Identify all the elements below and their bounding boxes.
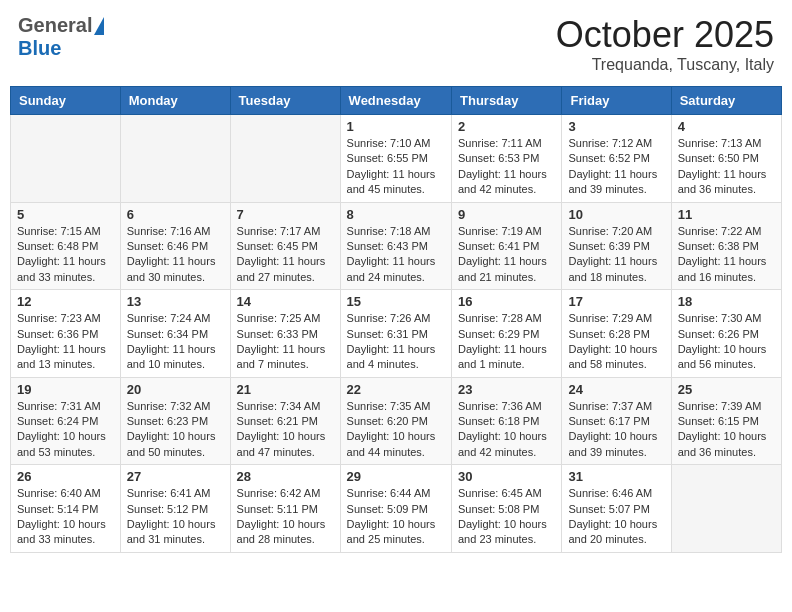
calendar-cell: 21Sunrise: 7:34 AM Sunset: 6:21 PM Dayli…: [230, 377, 340, 465]
day-info: Sunrise: 6:45 AM Sunset: 5:08 PM Dayligh…: [458, 486, 555, 548]
column-header-monday: Monday: [120, 87, 230, 115]
calendar-cell: 6Sunrise: 7:16 AM Sunset: 6:46 PM Daylig…: [120, 202, 230, 290]
calendar-cell: 12Sunrise: 7:23 AM Sunset: 6:36 PM Dayli…: [11, 290, 121, 378]
calendar-cell: 11Sunrise: 7:22 AM Sunset: 6:38 PM Dayli…: [671, 202, 781, 290]
calendar-cell: 5Sunrise: 7:15 AM Sunset: 6:48 PM Daylig…: [11, 202, 121, 290]
day-number: 18: [678, 294, 775, 309]
day-info: Sunrise: 7:10 AM Sunset: 6:55 PM Dayligh…: [347, 136, 445, 198]
day-number: 17: [568, 294, 664, 309]
calendar-cell: 7Sunrise: 7:17 AM Sunset: 6:45 PM Daylig…: [230, 202, 340, 290]
day-number: 21: [237, 382, 334, 397]
calendar-cell: 23Sunrise: 7:36 AM Sunset: 6:18 PM Dayli…: [452, 377, 562, 465]
calendar-week-row: 19Sunrise: 7:31 AM Sunset: 6:24 PM Dayli…: [11, 377, 782, 465]
title-section: October 2025 Trequanda, Tuscany, Italy: [556, 14, 774, 74]
day-number: 29: [347, 469, 445, 484]
day-number: 24: [568, 382, 664, 397]
calendar-cell: 29Sunrise: 6:44 AM Sunset: 5:09 PM Dayli…: [340, 465, 451, 553]
day-info: Sunrise: 7:39 AM Sunset: 6:15 PM Dayligh…: [678, 399, 775, 461]
calendar-cell: 20Sunrise: 7:32 AM Sunset: 6:23 PM Dayli…: [120, 377, 230, 465]
calendar-cell: 13Sunrise: 7:24 AM Sunset: 6:34 PM Dayli…: [120, 290, 230, 378]
day-number: 25: [678, 382, 775, 397]
day-number: 15: [347, 294, 445, 309]
day-info: Sunrise: 7:32 AM Sunset: 6:23 PM Dayligh…: [127, 399, 224, 461]
calendar-cell: 24Sunrise: 7:37 AM Sunset: 6:17 PM Dayli…: [562, 377, 671, 465]
day-info: Sunrise: 7:24 AM Sunset: 6:34 PM Dayligh…: [127, 311, 224, 373]
day-number: 13: [127, 294, 224, 309]
calendar-cell: 28Sunrise: 6:42 AM Sunset: 5:11 PM Dayli…: [230, 465, 340, 553]
day-info: Sunrise: 7:30 AM Sunset: 6:26 PM Dayligh…: [678, 311, 775, 373]
day-info: Sunrise: 7:15 AM Sunset: 6:48 PM Dayligh…: [17, 224, 114, 286]
day-number: 1: [347, 119, 445, 134]
day-info: Sunrise: 7:22 AM Sunset: 6:38 PM Dayligh…: [678, 224, 775, 286]
day-info: Sunrise: 7:19 AM Sunset: 6:41 PM Dayligh…: [458, 224, 555, 286]
calendar-cell: 9Sunrise: 7:19 AM Sunset: 6:41 PM Daylig…: [452, 202, 562, 290]
day-info: Sunrise: 7:34 AM Sunset: 6:21 PM Dayligh…: [237, 399, 334, 461]
calendar-week-row: 12Sunrise: 7:23 AM Sunset: 6:36 PM Dayli…: [11, 290, 782, 378]
day-number: 23: [458, 382, 555, 397]
column-header-thursday: Thursday: [452, 87, 562, 115]
day-number: 14: [237, 294, 334, 309]
day-number: 22: [347, 382, 445, 397]
calendar-cell: 17Sunrise: 7:29 AM Sunset: 6:28 PM Dayli…: [562, 290, 671, 378]
day-number: 3: [568, 119, 664, 134]
calendar-cell: 26Sunrise: 6:40 AM Sunset: 5:14 PM Dayli…: [11, 465, 121, 553]
day-info: Sunrise: 7:26 AM Sunset: 6:31 PM Dayligh…: [347, 311, 445, 373]
calendar-cell: 16Sunrise: 7:28 AM Sunset: 6:29 PM Dayli…: [452, 290, 562, 378]
day-number: 19: [17, 382, 114, 397]
day-info: Sunrise: 7:25 AM Sunset: 6:33 PM Dayligh…: [237, 311, 334, 373]
column-header-tuesday: Tuesday: [230, 87, 340, 115]
calendar-cell: [671, 465, 781, 553]
column-header-saturday: Saturday: [671, 87, 781, 115]
calendar-cell: 30Sunrise: 6:45 AM Sunset: 5:08 PM Dayli…: [452, 465, 562, 553]
logo: General Blue: [18, 14, 106, 60]
day-number: 10: [568, 207, 664, 222]
calendar-week-row: 1Sunrise: 7:10 AM Sunset: 6:55 PM Daylig…: [11, 115, 782, 203]
calendar-cell: 19Sunrise: 7:31 AM Sunset: 6:24 PM Dayli…: [11, 377, 121, 465]
calendar-week-row: 26Sunrise: 6:40 AM Sunset: 5:14 PM Dayli…: [11, 465, 782, 553]
day-number: 11: [678, 207, 775, 222]
calendar-cell: 18Sunrise: 7:30 AM Sunset: 6:26 PM Dayli…: [671, 290, 781, 378]
calendar-cell: [230, 115, 340, 203]
logo-triangle-icon: [94, 17, 104, 35]
day-info: Sunrise: 7:13 AM Sunset: 6:50 PM Dayligh…: [678, 136, 775, 198]
day-info: Sunrise: 6:46 AM Sunset: 5:07 PM Dayligh…: [568, 486, 664, 548]
day-number: 7: [237, 207, 334, 222]
calendar-cell: 2Sunrise: 7:11 AM Sunset: 6:53 PM Daylig…: [452, 115, 562, 203]
day-info: Sunrise: 7:16 AM Sunset: 6:46 PM Dayligh…: [127, 224, 224, 286]
day-number: 5: [17, 207, 114, 222]
day-info: Sunrise: 6:41 AM Sunset: 5:12 PM Dayligh…: [127, 486, 224, 548]
day-info: Sunrise: 6:42 AM Sunset: 5:11 PM Dayligh…: [237, 486, 334, 548]
day-info: Sunrise: 7:11 AM Sunset: 6:53 PM Dayligh…: [458, 136, 555, 198]
day-info: Sunrise: 7:31 AM Sunset: 6:24 PM Dayligh…: [17, 399, 114, 461]
day-number: 4: [678, 119, 775, 134]
day-number: 26: [17, 469, 114, 484]
day-number: 8: [347, 207, 445, 222]
calendar-cell: 14Sunrise: 7:25 AM Sunset: 6:33 PM Dayli…: [230, 290, 340, 378]
calendar-cell: 27Sunrise: 6:41 AM Sunset: 5:12 PM Dayli…: [120, 465, 230, 553]
day-info: Sunrise: 7:36 AM Sunset: 6:18 PM Dayligh…: [458, 399, 555, 461]
calendar-week-row: 5Sunrise: 7:15 AM Sunset: 6:48 PM Daylig…: [11, 202, 782, 290]
calendar-cell: 8Sunrise: 7:18 AM Sunset: 6:43 PM Daylig…: [340, 202, 451, 290]
calendar-cell: 25Sunrise: 7:39 AM Sunset: 6:15 PM Dayli…: [671, 377, 781, 465]
location: Trequanda, Tuscany, Italy: [556, 56, 774, 74]
calendar-cell: [11, 115, 121, 203]
calendar-cell: 10Sunrise: 7:20 AM Sunset: 6:39 PM Dayli…: [562, 202, 671, 290]
calendar-header-row: SundayMondayTuesdayWednesdayThursdayFrid…: [11, 87, 782, 115]
calendar-cell: [120, 115, 230, 203]
calendar-cell: 1Sunrise: 7:10 AM Sunset: 6:55 PM Daylig…: [340, 115, 451, 203]
day-info: Sunrise: 6:40 AM Sunset: 5:14 PM Dayligh…: [17, 486, 114, 548]
column-header-sunday: Sunday: [11, 87, 121, 115]
day-number: 2: [458, 119, 555, 134]
day-number: 6: [127, 207, 224, 222]
logo-general: General: [18, 14, 92, 37]
month-title: October 2025: [556, 14, 774, 56]
day-info: Sunrise: 7:23 AM Sunset: 6:36 PM Dayligh…: [17, 311, 114, 373]
calendar-cell: 3Sunrise: 7:12 AM Sunset: 6:52 PM Daylig…: [562, 115, 671, 203]
day-info: Sunrise: 7:35 AM Sunset: 6:20 PM Dayligh…: [347, 399, 445, 461]
day-info: Sunrise: 7:37 AM Sunset: 6:17 PM Dayligh…: [568, 399, 664, 461]
day-number: 9: [458, 207, 555, 222]
calendar-cell: 15Sunrise: 7:26 AM Sunset: 6:31 PM Dayli…: [340, 290, 451, 378]
calendar-table: SundayMondayTuesdayWednesdayThursdayFrid…: [10, 86, 782, 553]
day-number: 20: [127, 382, 224, 397]
calendar-cell: 31Sunrise: 6:46 AM Sunset: 5:07 PM Dayli…: [562, 465, 671, 553]
